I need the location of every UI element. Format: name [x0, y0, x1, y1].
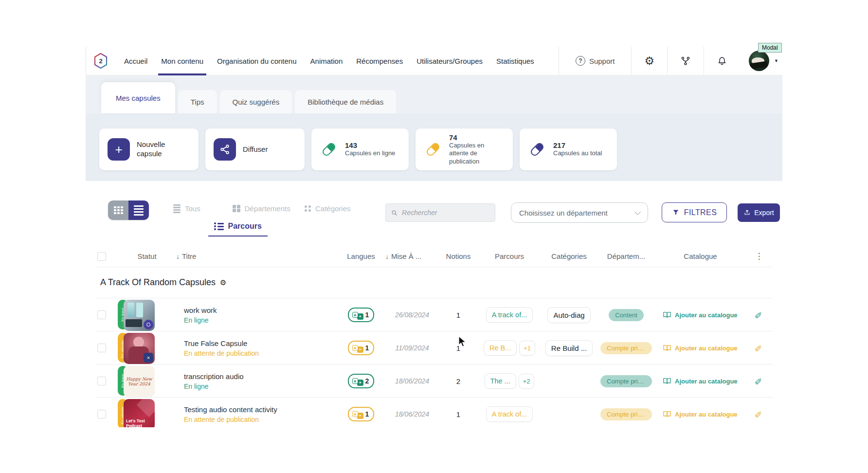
group-settings-icon[interactable]: ⚙ [220, 278, 226, 287]
filter-bar: Tous Départements Catégories Parcours Ch… [86, 181, 782, 246]
notions-count: 1 [456, 311, 460, 319]
languages-badge: A✦2 [348, 374, 375, 388]
kebab-menu-icon[interactable]: ⋮ [745, 251, 773, 261]
parcours-extra-chip[interactable]: +1 [519, 341, 535, 356]
search-icon [391, 209, 398, 217]
notions-count: 1 [456, 344, 460, 352]
capsule-yellow-icon [425, 142, 441, 158]
parcours-chip[interactable]: The ... [485, 373, 516, 389]
hierarchy-button[interactable] [668, 55, 704, 67]
settings-button[interactable]: ⚙ [632, 55, 667, 67]
translate-icon: A [352, 411, 358, 417]
list-icon [134, 205, 144, 216]
close-badge-icon: × [144, 353, 153, 363]
filter-tous[interactable]: Tous [173, 204, 200, 213]
capsule-title[interactable]: work work [184, 306, 217, 314]
grid-view-button[interactable] [108, 200, 128, 220]
updated-date: 18/06/2024 [395, 410, 429, 418]
row-checkbox[interactable] [97, 377, 106, 385]
table-row: En ligne work work En ligne A✦1 26/08/20… [95, 298, 773, 331]
capsule-title[interactable]: Testing audio content activity [184, 405, 277, 414]
nav-item-animation[interactable]: Animation [304, 47, 350, 75]
new-capsule-button[interactable]: + Nouvelle capsule [99, 128, 199, 170]
nav-item-organisation[interactable]: Organisation du contenu [210, 47, 303, 75]
support-label: Support [589, 57, 615, 65]
header-titre[interactable]: ↓Titre [176, 252, 337, 260]
category-chip[interactable]: Auto-diag [547, 307, 590, 323]
stat-value: 74 [449, 133, 505, 142]
book-icon [662, 343, 672, 353]
thumbnail-text: Happy New Year 2024 [124, 376, 155, 388]
nav-item-recompenses[interactable]: Récompenses [349, 47, 410, 75]
list-view-button[interactable] [128, 200, 149, 220]
search-input[interactable] [402, 209, 490, 217]
updated-date: 11/09/2024 [395, 344, 429, 352]
capsule-thumbnail[interactable]: Let's Test Podcast [124, 399, 155, 427]
diffuse-label: Diffuser [243, 145, 268, 154]
nav-item-accueil[interactable]: Accueil [117, 47, 154, 75]
stat-label: Capsules au total [553, 149, 602, 157]
capsule-title[interactable]: transcription audio [184, 372, 244, 381]
chevron-down-icon [634, 209, 641, 215]
parcours-chip[interactable]: A track of... [486, 406, 533, 422]
add-to-catalog-button[interactable]: Ajouter au catalogue [655, 343, 738, 353]
chevron-down-icon[interactable]: ▼ [774, 58, 778, 63]
edit-icon[interactable]: ✎ [753, 410, 764, 418]
add-to-catalog-button[interactable]: Ajouter au catalogue [655, 376, 738, 386]
notions-count: 2 [456, 377, 460, 385]
svg-text:2: 2 [99, 57, 102, 65]
capsule-title[interactable]: True False Capsule [184, 339, 247, 347]
header-categories: Catégories [541, 252, 597, 260]
select-all-checkbox[interactable] [97, 252, 106, 261]
category-chip[interactable]: Re Build ... [545, 340, 593, 356]
bullet-list-icon [214, 222, 224, 230]
profile-menu[interactable]: ▼ [740, 51, 782, 71]
app-logo-icon[interactable]: 2 [93, 52, 108, 70]
nav-item-utilisateurs[interactable]: Utilisateurs/Groupes [410, 47, 489, 75]
department-select[interactable]: Choisissez un département [511, 202, 648, 223]
add-to-catalog-button[interactable]: Ajouter au catalogue [655, 409, 738, 419]
department-chip: Compte prin... [600, 342, 652, 354]
main-menu: Accueil Mon contenu Organisation du cont… [117, 47, 541, 75]
row-checkbox[interactable] [97, 344, 106, 352]
capsules-table: Statut ↓Titre Langues ↓Mise À ... Notion… [86, 246, 782, 427]
capsule-thumbnail[interactable]: × [124, 333, 155, 364]
profile-tooltip: Modal [758, 43, 782, 53]
tab-mes-capsules[interactable]: Mes capsules [101, 82, 175, 113]
parcours-chip[interactable]: Re B... [484, 340, 517, 356]
dots-icon [305, 205, 311, 212]
capsule-thumbnail[interactable] [124, 300, 155, 331]
parcours-chip[interactable]: A track of... [486, 307, 533, 323]
notifications-button[interactable] [704, 55, 740, 67]
filter-categories[interactable]: Catégories [305, 204, 351, 213]
filter-parcours[interactable]: Parcours [214, 222, 262, 231]
diffuse-button[interactable]: Diffuser [205, 128, 305, 170]
add-to-catalog-button[interactable]: Ajouter au catalogue [655, 310, 738, 320]
header-notions: Notions [439, 252, 478, 260]
filters-button[interactable]: FILTRES [662, 202, 727, 222]
filter-departements[interactable]: Départements [233, 204, 290, 213]
question-icon: ? [576, 56, 585, 66]
edit-icon[interactable]: ✎ [753, 377, 764, 385]
department-chip: Content [609, 309, 644, 321]
nav-item-mon-contenu[interactable]: Mon contenu [154, 47, 210, 75]
support-button[interactable]: ? Support [559, 56, 632, 66]
avatar[interactable] [749, 51, 769, 71]
edit-icon[interactable]: ✎ [753, 344, 764, 352]
nav-item-statistiques[interactable]: Statistiques [489, 47, 541, 75]
parcours-extra-chip[interactable]: +2 [519, 374, 535, 389]
row-checkbox[interactable] [97, 410, 106, 418]
record-badge-icon [144, 320, 153, 329]
row-checkbox[interactable] [97, 310, 106, 319]
translate-icon: A [352, 312, 358, 318]
gear-icon: ⚙ [644, 55, 654, 67]
header-mise-a-jour[interactable]: ↓Mise À ... [385, 252, 439, 260]
export-button[interactable]: Export [738, 203, 780, 222]
header-departement: Départem... [597, 252, 655, 260]
tab-quiz-suggeres[interactable]: Quiz suggérés [220, 90, 292, 113]
tab-bibliotheque[interactable]: Bibliothèque de médias [295, 90, 396, 113]
edit-icon[interactable]: ✎ [753, 311, 764, 319]
sort-desc-icon: ↓ [385, 253, 389, 260]
tab-tips[interactable]: Tips [178, 90, 217, 113]
capsule-thumbnail[interactable]: Happy New Year 2024 [124, 366, 155, 397]
